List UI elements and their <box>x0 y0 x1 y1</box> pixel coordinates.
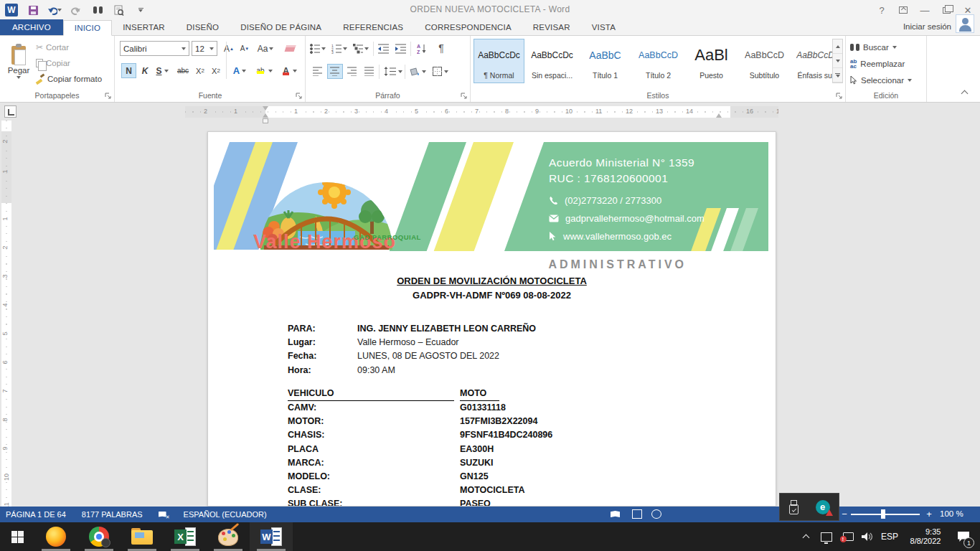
style-scroll-up-icon[interactable] <box>833 39 842 54</box>
align-center-button[interactable] <box>327 64 343 79</box>
zoom-slider-thumb[interactable] <box>881 509 885 519</box>
zoom-slider-track[interactable] <box>851 514 920 515</box>
tab-inicio[interactable]: INICIO <box>63 20 112 36</box>
sync-alert-icon[interactable]: ! <box>839 522 857 551</box>
zoom-out-icon[interactable]: − <box>839 509 849 519</box>
sort-button[interactable]: AZ <box>415 41 430 56</box>
sign-in-link[interactable]: Iniciar sesión <box>903 22 951 31</box>
font-size-combo[interactable]: 12 <box>192 41 217 56</box>
strikethrough-button[interactable]: abc <box>174 63 192 78</box>
find-button[interactable]: Buscar <box>850 40 897 55</box>
align-left-button[interactable] <box>310 64 326 79</box>
tab-archivo[interactable]: ARCHIVO <box>0 19 63 35</box>
highlight-button[interactable]: ab <box>253 63 275 78</box>
word-count[interactable]: 8177 PALABRAS <box>82 510 143 519</box>
tab-stop-selector[interactable] <box>4 105 17 118</box>
style-scroll-down-icon[interactable] <box>833 54 842 68</box>
page-indicator[interactable]: PÁGINA 1 DE 64 <box>6 510 66 519</box>
taskbar-firefox[interactable] <box>34 522 77 551</box>
tab-diseno[interactable]: DISEÑO <box>176 19 230 35</box>
clear-formatting-button[interactable] <box>282 41 298 56</box>
shrink-font-button[interactable]: A▼ <box>237 41 252 56</box>
restore-icon[interactable] <box>937 2 956 18</box>
numbering-button[interactable]: 123 <box>331 41 347 56</box>
superscript-button[interactable]: X2 <box>209 63 223 78</box>
eset-antivirus-icon[interactable]: e <box>816 500 830 514</box>
italic-button[interactable]: K <box>138 63 151 78</box>
copy-button[interactable]: Copiar <box>36 56 70 70</box>
ribbon-display-options-icon[interactable] <box>894 2 913 18</box>
taskbar-file-explorer[interactable] <box>121 522 164 551</box>
tab-revisar[interactable]: REVISAR <box>522 19 581 35</box>
shading-button[interactable] <box>407 64 428 79</box>
tab-diseno-de-pagina[interactable]: DISEÑO DE PÁGINA <box>230 19 332 35</box>
pilcrow-button[interactable]: ¶ <box>433 40 449 55</box>
language-indicator[interactable]: ESPAÑOL (ECUADOR) <box>184 510 267 519</box>
style-gallery-more-icon[interactable] <box>833 68 842 83</box>
tab-insertar[interactable]: INSERTAR <box>112 19 176 35</box>
style-gallery-scrollbar[interactable] <box>832 39 843 83</box>
style-titulo-2[interactable]: AaBbCcDTítulo 2 <box>633 39 684 83</box>
read-mode-icon[interactable] <box>611 509 621 519</box>
style-sin-espaci[interactable]: AaBbCcDcSin espaci... <box>527 39 578 83</box>
vertical-ruler[interactable]: 21123456789101112 <box>1 121 11 507</box>
hanging-indent-marker[interactable] <box>263 113 268 118</box>
subscript-button[interactable]: X2 <box>193 63 207 78</box>
justify-button[interactable] <box>362 64 377 79</box>
line-spacing-button[interactable] <box>383 64 403 79</box>
select-button[interactable]: Seleccionar <box>850 73 912 88</box>
decrease-indent-button[interactable] <box>376 41 392 56</box>
change-case-button[interactable]: Aa <box>256 41 275 56</box>
style-titulo-1[interactable]: AaBbCTítulo 1 <box>580 39 631 83</box>
styles-dialog-launcher[interactable] <box>836 93 843 100</box>
borders-button[interactable] <box>430 64 451 79</box>
proofing-icon[interactable] <box>159 511 168 519</box>
style-normal[interactable]: AaBbCcDc¶ Normal <box>473 39 524 83</box>
taskbar-chrome[interactable] <box>77 522 121 551</box>
style-puesto[interactable]: AaBlPuesto <box>686 39 737 83</box>
taskbar-word[interactable]: W <box>250 522 293 551</box>
print-layout-icon[interactable] <box>632 509 642 519</box>
paste-button[interactable]: Pegar <box>4 39 33 86</box>
right-indent-marker[interactable] <box>716 113 722 118</box>
minimize-icon[interactable]: — <box>915 2 934 18</box>
font-color-button[interactable]: A <box>279 63 299 78</box>
web-layout-icon[interactable] <box>651 509 661 519</box>
bullets-button[interactable] <box>310 41 326 56</box>
start-button[interactable] <box>0 522 34 551</box>
tab-correspondencia[interactable]: CORRESPONDENCIA <box>414 19 522 35</box>
format-painter-button[interactable]: Copiar formato <box>36 72 102 86</box>
taskbar-paint[interactable] <box>207 522 250 551</box>
font-dialog-launcher[interactable] <box>296 93 303 100</box>
clock[interactable]: 9:358/8/2022 <box>903 522 948 551</box>
avatar[interactable] <box>956 14 974 33</box>
underline-button[interactable]: S <box>153 63 171 78</box>
multilevel-list-button[interactable] <box>353 41 369 56</box>
tab-referencias[interactable]: REFERENCIAS <box>332 19 414 35</box>
left-indent-marker[interactable] <box>263 118 268 123</box>
zoom-level[interactable]: 100 % <box>940 509 971 518</box>
bold-button[interactable]: N <box>121 63 136 78</box>
tab-vista[interactable]: VISTA <box>581 19 626 35</box>
replace-button[interactable]: abacReemplazar <box>850 57 905 71</box>
clipboard-dialog-launcher[interactable] <box>105 93 112 100</box>
increase-indent-button[interactable] <box>393 41 409 56</box>
paragraph-dialog-launcher[interactable] <box>461 93 468 100</box>
usb-device-icon[interactable] <box>789 500 798 514</box>
taskbar-excel[interactable]: X <box>164 522 207 551</box>
style-subtitulo[interactable]: AaBbCcDSubtítulo <box>739 39 790 83</box>
zoom-in-icon[interactable]: + <box>924 509 934 519</box>
language-tray[interactable]: ESP <box>878 522 901 551</box>
document-page[interactable]: Acuerdo Ministerial N° 1359 RUC : 176812… <box>207 131 776 507</box>
first-line-indent-marker[interactable] <box>263 106 268 110</box>
font-name-combo[interactable]: Calibri <box>120 41 189 56</box>
align-right-button[interactable] <box>344 64 360 79</box>
horizontal-ruler[interactable]: 12312345678910111213141617 <box>185 106 778 118</box>
collapse-ribbon-icon[interactable] <box>960 89 970 96</box>
volume-icon[interactable] <box>858 522 877 551</box>
show-hidden-icons[interactable] <box>798 522 815 551</box>
help-icon[interactable]: ? <box>872 2 891 18</box>
network-icon[interactable] <box>818 522 835 551</box>
action-center[interactable]: 1 <box>951 522 976 551</box>
text-effects-button[interactable]: A <box>230 63 249 78</box>
